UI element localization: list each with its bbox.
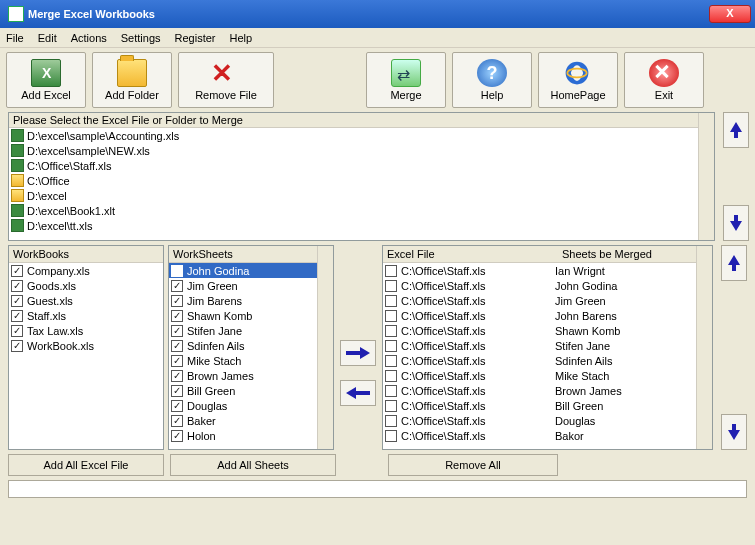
merge-row[interactable]: C:\Office\Staff.xlsIan Wrignt [383, 263, 696, 278]
checkbox-icon[interactable] [11, 340, 23, 352]
merge-list[interactable]: C:\Office\Staff.xlsIan WrigntC:\Office\S… [383, 263, 696, 449]
merge-file-label: C:\Office\Staff.xls [401, 400, 486, 412]
checkbox-icon[interactable] [385, 355, 397, 367]
workbook-row[interactable]: Staff.xls [9, 308, 163, 323]
merge-row[interactable]: C:\Office\Staff.xlsShawn Komb [383, 323, 696, 338]
homepage-button[interactable]: HomePage [538, 52, 618, 108]
menu-file[interactable]: File [6, 32, 24, 44]
merge-row[interactable]: C:\Office\Staff.xlsMike Stach [383, 368, 696, 383]
file-list-row[interactable]: D:\excel [9, 188, 698, 203]
checkbox-icon[interactable] [171, 280, 183, 292]
file-list-row[interactable]: D:\excel\tt.xls [9, 218, 698, 233]
merge-row[interactable]: C:\Office\Staff.xlsBill Green [383, 398, 696, 413]
add-to-merge-button[interactable] [340, 340, 376, 366]
checkbox-icon[interactable] [385, 370, 397, 382]
merge-file-label: C:\Office\Staff.xls [401, 310, 486, 322]
worksheet-label: Sdinfen Ails [187, 340, 244, 352]
worksheet-row[interactable]: Baker [169, 413, 317, 428]
checkbox-icon[interactable] [171, 295, 183, 307]
workbook-row[interactable]: Guest.xls [9, 293, 163, 308]
remove-file-button[interactable]: ✕ Remove File [178, 52, 274, 108]
checkbox-icon[interactable] [171, 340, 183, 352]
worksheet-row[interactable]: Mike Stach [169, 353, 317, 368]
workbooks-list[interactable]: Company.xlsGoods.xlsGuest.xlsStaff.xlsTa… [9, 263, 163, 449]
worksheet-row[interactable]: Shawn Komb [169, 308, 317, 323]
file-list-row[interactable]: C:\Office [9, 173, 698, 188]
add-all-sheets-button[interactable]: Add All Sheets [170, 454, 336, 476]
worksheets-scrollbar[interactable] [317, 246, 333, 449]
add-excel-button[interactable]: Add Excel [6, 52, 86, 108]
worksheet-row[interactable]: Sdinfen Ails [169, 338, 317, 353]
checkbox-icon[interactable] [171, 415, 183, 427]
checkbox-icon[interactable] [11, 310, 23, 322]
checkbox-icon[interactable] [171, 355, 183, 367]
checkbox-icon[interactable] [171, 385, 183, 397]
merge-button[interactable]: Merge [366, 52, 446, 108]
merge-scrollbar[interactable] [696, 246, 712, 449]
menu-register[interactable]: Register [175, 32, 216, 44]
add-folder-button[interactable]: Add Folder [92, 52, 172, 108]
worksheet-row[interactable]: Holon [169, 428, 317, 443]
menu-help[interactable]: Help [230, 32, 253, 44]
checkbox-icon[interactable] [385, 280, 397, 292]
worksheets-list[interactable]: John GodinaJim GreenJim BarensShawn Komb… [169, 263, 317, 449]
file-list-row[interactable]: D:\excel\sample\Accounting.xls [9, 128, 698, 143]
checkbox-icon[interactable] [171, 265, 183, 277]
checkbox-icon[interactable] [171, 325, 183, 337]
merge-row[interactable]: C:\Office\Staff.xlsJohn Godina [383, 278, 696, 293]
checkbox-icon[interactable] [171, 400, 183, 412]
menu-settings[interactable]: Settings [121, 32, 161, 44]
window-close-button[interactable]: X [709, 5, 751, 23]
checkbox-icon[interactable] [385, 385, 397, 397]
add-all-excel-button[interactable]: Add All Excel File [8, 454, 164, 476]
checkbox-icon[interactable] [11, 280, 23, 292]
remove-from-merge-button[interactable] [340, 380, 376, 406]
checkbox-icon[interactable] [385, 415, 397, 427]
menu-edit[interactable]: Edit [38, 32, 57, 44]
checkbox-icon[interactable] [385, 430, 397, 442]
checkbox-icon[interactable] [385, 400, 397, 412]
checkbox-icon[interactable] [385, 310, 397, 322]
merge-move-down-button[interactable] [721, 414, 747, 450]
merge-row[interactable]: C:\Office\Staff.xlsSdinfen Ails [383, 353, 696, 368]
worksheet-row[interactable]: Jim Barens [169, 293, 317, 308]
workbook-row[interactable]: Company.xls [9, 263, 163, 278]
move-down-button[interactable] [723, 205, 749, 241]
merge-row[interactable]: C:\Office\Staff.xlsBakor [383, 428, 696, 443]
file-list-row[interactable]: D:\excel\Book1.xlt [9, 203, 698, 218]
checkbox-icon[interactable] [385, 340, 397, 352]
remove-all-button[interactable]: Remove All [388, 454, 558, 476]
merge-row[interactable]: C:\Office\Staff.xlsStifen Jane [383, 338, 696, 353]
checkbox-icon[interactable] [385, 325, 397, 337]
worksheet-row[interactable]: Jim Green [169, 278, 317, 293]
exit-button[interactable]: Exit [624, 52, 704, 108]
merge-row[interactable]: C:\Office\Staff.xlsJohn Barens [383, 308, 696, 323]
file-list-row[interactable]: D:\excel\sample\NEW.xls [9, 143, 698, 158]
workbook-row[interactable]: Tax Law.xls [9, 323, 163, 338]
menu-actions[interactable]: Actions [71, 32, 107, 44]
worksheet-row[interactable]: Stifen Jane [169, 323, 317, 338]
worksheet-row[interactable]: Bill Green [169, 383, 317, 398]
move-up-button[interactable] [723, 112, 749, 148]
file-list[interactable]: D:\excel\sample\Accounting.xlsD:\excel\s… [9, 128, 698, 240]
merge-row[interactable]: C:\Office\Staff.xlsJim Green [383, 293, 696, 308]
worksheet-row[interactable]: John Godina [169, 263, 317, 278]
file-list-scrollbar[interactable] [698, 113, 714, 240]
worksheet-row[interactable]: Douglas [169, 398, 317, 413]
checkbox-icon[interactable] [11, 325, 23, 337]
workbook-row[interactable]: WorkBook.xls [9, 338, 163, 353]
checkbox-icon[interactable] [11, 265, 23, 277]
checkbox-icon[interactable] [385, 265, 397, 277]
checkbox-icon[interactable] [171, 370, 183, 382]
worksheet-row[interactable]: Brown James [169, 368, 317, 383]
checkbox-icon[interactable] [385, 295, 397, 307]
merge-move-up-button[interactable] [721, 245, 747, 281]
checkbox-icon[interactable] [171, 430, 183, 442]
workbook-row[interactable]: Goods.xls [9, 278, 163, 293]
checkbox-icon[interactable] [11, 295, 23, 307]
help-button[interactable]: ? Help [452, 52, 532, 108]
merge-row[interactable]: C:\Office\Staff.xlsDouglas [383, 413, 696, 428]
file-list-row[interactable]: C:\Office\Staff.xls [9, 158, 698, 173]
checkbox-icon[interactable] [171, 310, 183, 322]
merge-row[interactable]: C:\Office\Staff.xlsBrown James [383, 383, 696, 398]
